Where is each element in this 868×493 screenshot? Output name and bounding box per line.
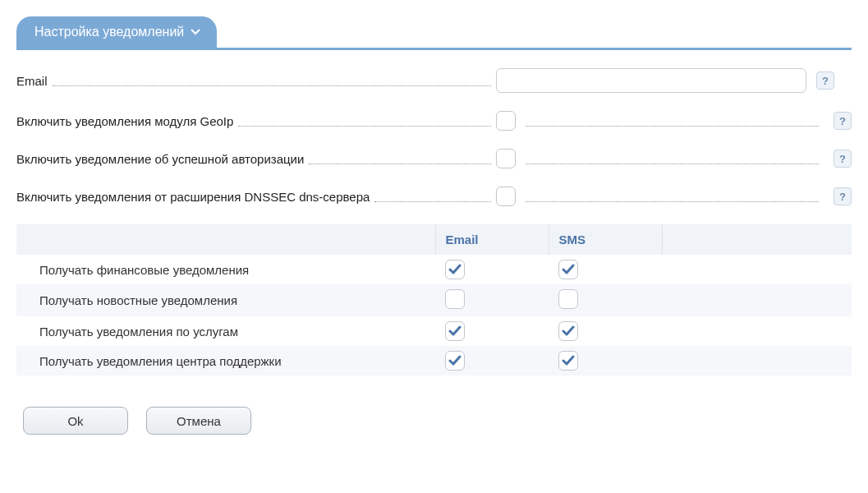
ok-button[interactable]: Ok xyxy=(23,407,128,435)
sms-checkbox[interactable] xyxy=(558,351,578,371)
dotted-filler xyxy=(374,190,491,202)
label-area: Включить уведомления модуля GeoIp xyxy=(16,114,496,128)
geoip-checkbox[interactable] xyxy=(496,111,516,131)
sms-checkbox[interactable] xyxy=(558,321,578,341)
auth-label: Включить уведомление об успешной авториз… xyxy=(16,152,304,166)
help-icon[interactable]: ? xyxy=(816,71,834,90)
input-area: ? xyxy=(496,187,852,206)
cell-email xyxy=(435,284,549,316)
row-dnssec: Включить уведомления от расширения DNSSE… xyxy=(16,187,852,206)
email-checkbox[interactable] xyxy=(445,351,465,371)
input-area: ? xyxy=(496,68,852,93)
table-row: Получать уведомления по услугам xyxy=(16,316,852,346)
notification-table: Email SMS Получать финансовые уведомлени… xyxy=(16,224,852,376)
auth-checkbox[interactable] xyxy=(496,149,516,168)
geoip-label: Включить уведомления модуля GeoIp xyxy=(16,114,233,128)
table-row: Получать уведомления центра поддержки xyxy=(16,346,852,376)
dotted-filler xyxy=(526,190,819,202)
cell-email xyxy=(435,316,549,346)
dnssec-label: Включить уведомления от расширения DNSSE… xyxy=(16,190,370,204)
row-label: Получать новостные уведомления xyxy=(16,284,435,316)
label-area: Включить уведомление об успешной авториз… xyxy=(16,152,496,166)
table-row: Получать финансовые уведомления xyxy=(16,255,852,284)
tab-bar: Настройка уведомлений xyxy=(16,16,852,50)
col-header-email[interactable]: Email xyxy=(435,224,549,255)
row-label: Получать уведомления центра поддержки xyxy=(16,346,435,376)
help-icon[interactable]: ? xyxy=(834,112,852,130)
dotted-filler xyxy=(309,152,491,164)
cell-sms xyxy=(549,284,662,316)
cell-blank xyxy=(662,346,852,376)
input-area: ? xyxy=(496,149,852,168)
email-checkbox[interactable] xyxy=(445,289,465,309)
cell-blank xyxy=(662,316,852,346)
input-area: ? xyxy=(496,111,852,131)
dnssec-checkbox[interactable] xyxy=(496,187,516,206)
row-label: Получать финансовые уведомления xyxy=(16,255,435,284)
sms-checkbox[interactable] xyxy=(558,260,578,279)
row-auth: Включить уведомление об успешной авториз… xyxy=(16,149,852,168)
cell-sms xyxy=(549,255,662,284)
cancel-button[interactable]: Отмена xyxy=(146,407,251,435)
table-body: Получать финансовые уведомленияПолучать … xyxy=(16,255,852,376)
table-row: Получать новостные уведомления xyxy=(16,284,852,316)
cell-sms xyxy=(549,316,662,346)
col-header-name xyxy=(16,224,435,255)
dotted-filler xyxy=(238,114,491,127)
settings-form: Email ? Включить уведомления модуля GeoI… xyxy=(16,50,852,443)
cell-blank xyxy=(662,255,852,284)
tab-notification-settings[interactable]: Настройка уведомлений xyxy=(16,16,217,48)
email-input[interactable] xyxy=(496,68,806,93)
cell-email xyxy=(435,255,549,284)
dotted-filler xyxy=(53,74,491,86)
help-icon[interactable]: ? xyxy=(834,187,852,205)
email-checkbox[interactable] xyxy=(445,260,465,279)
cell-email xyxy=(435,346,549,376)
help-icon[interactable]: ? xyxy=(834,150,852,168)
email-checkbox[interactable] xyxy=(445,321,465,341)
col-header-blank xyxy=(662,224,852,255)
dotted-filler xyxy=(526,152,819,164)
cell-sms xyxy=(549,346,662,376)
tab-label: Настройка уведомлений xyxy=(34,25,184,39)
sms-checkbox[interactable] xyxy=(558,289,578,309)
label-area: Email xyxy=(16,74,496,88)
row-label: Получать уведомления по услугам xyxy=(16,316,435,346)
dotted-filler xyxy=(526,114,819,127)
label-area: Включить уведомления от расширения DNSSE… xyxy=(16,190,496,204)
row-email: Email ? xyxy=(16,68,852,93)
button-row: Ok Отмена xyxy=(16,407,852,435)
email-label: Email xyxy=(16,74,48,88)
row-geoip: Включить уведомления модуля GeoIp ? xyxy=(16,111,852,131)
chevron-down-icon xyxy=(191,29,200,35)
col-header-sms[interactable]: SMS xyxy=(549,224,662,255)
cell-blank xyxy=(662,284,852,316)
